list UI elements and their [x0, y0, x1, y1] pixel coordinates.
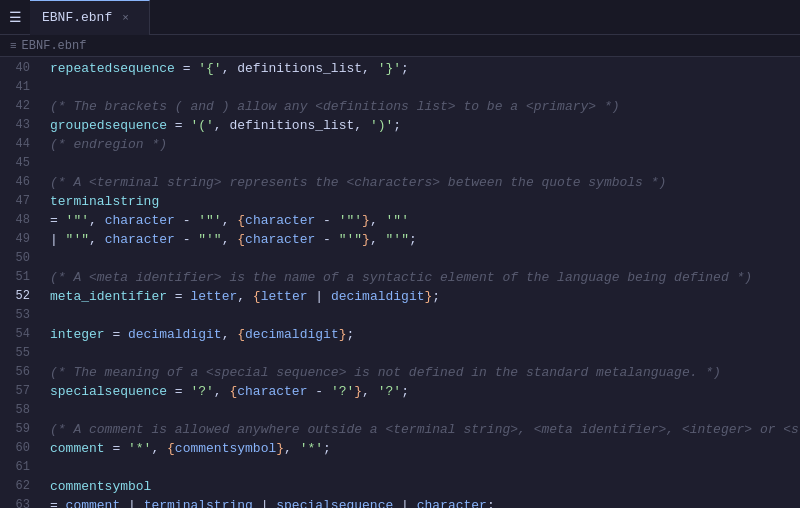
tab-label: EBNF.ebnf: [42, 10, 112, 25]
token: -: [175, 213, 198, 228]
code-line-59: (* A comment is allowed anywhere outside…: [50, 420, 800, 439]
token: }: [276, 441, 284, 456]
token: "'": [198, 232, 221, 247]
token: character: [237, 384, 307, 399]
line-number-51: 51: [8, 268, 30, 287]
token: '"': [198, 213, 221, 228]
token: ;: [323, 441, 331, 456]
code-line-43: groupedsequence = '(', definitions_list,…: [50, 116, 800, 135]
code-line-60: comment = '*', {commentsymbol}, '*';: [50, 439, 800, 458]
code-line-41: [50, 78, 800, 97]
breadcrumb-path: EBNF.ebnf: [22, 39, 87, 53]
token: '"': [339, 213, 362, 228]
line-number-63: 63: [8, 496, 30, 508]
code-line-63: = comment | terminalstring | specialsequ…: [50, 496, 800, 508]
token: (* The brackets ( and ) allow any <defin…: [50, 99, 620, 114]
token: ,: [284, 441, 300, 456]
token: ;: [409, 232, 417, 247]
token: }: [362, 213, 370, 228]
code-line-40: repeatedsequence = '{', definitions_list…: [50, 59, 800, 78]
token: '*': [300, 441, 323, 456]
token: =: [50, 213, 66, 228]
token: =: [167, 118, 190, 133]
code-line-57: specialsequence = '?', {character - '?'}…: [50, 382, 800, 401]
token: letter: [261, 289, 308, 304]
line-number-43: 43: [8, 116, 30, 135]
token: terminalstring: [50, 194, 159, 209]
line-number-60: 60: [8, 439, 30, 458]
token: '?': [190, 384, 213, 399]
token: ,: [362, 384, 378, 399]
token: "'": [339, 232, 362, 247]
token: specialsequence: [50, 384, 167, 399]
tab-menu-icon: ☰: [0, 9, 30, 26]
code-line-51: (* A <meta identifier> is the name of a …: [50, 268, 800, 287]
token: ;: [401, 384, 409, 399]
code-line-42: (* The brackets ( and ) allow any <defin…: [50, 97, 800, 116]
tab-close-icon[interactable]: ×: [122, 12, 129, 24]
code-line-58: [50, 401, 800, 420]
token: decimaldigit: [128, 327, 222, 342]
token: decimaldigit: [245, 327, 339, 342]
token: ,: [370, 232, 386, 247]
code-line-48: = '"', character - '"', {character - '"'…: [50, 211, 800, 230]
token: ')': [370, 118, 393, 133]
line-number-42: 42: [8, 97, 30, 116]
token: , definitions_list,: [222, 61, 378, 76]
token: ,: [89, 213, 105, 228]
token: -: [307, 384, 330, 399]
token: ,: [222, 232, 238, 247]
token: '?': [378, 384, 401, 399]
token: '"': [66, 213, 89, 228]
token: '?': [331, 384, 354, 399]
line-number-45: 45: [8, 154, 30, 173]
breadcrumb-menu-icon: ≡: [10, 40, 17, 52]
token: ,: [222, 213, 238, 228]
token: (* A comment is allowed anywhere outside…: [50, 422, 799, 437]
tab-bar: ☰ EBNF.ebnf ×: [0, 0, 800, 35]
token: '*': [128, 441, 151, 456]
token: =: [175, 61, 198, 76]
token: ,: [222, 327, 238, 342]
code-line-49: | "'", character - "'", {character - "'"…: [50, 230, 800, 249]
token: commentsymbol: [175, 441, 276, 456]
token: '{': [198, 61, 221, 76]
line-number-62: 62: [8, 477, 30, 496]
active-tab[interactable]: EBNF.ebnf ×: [30, 0, 150, 35]
token: {: [167, 441, 175, 456]
token: |: [50, 232, 66, 247]
token: ;: [393, 118, 401, 133]
token: '"': [386, 213, 409, 228]
line-number-61: 61: [8, 458, 30, 477]
line-number-55: 55: [8, 344, 30, 363]
editor-container: 4041424344454647484950515253545556575859…: [0, 57, 800, 508]
line-number-48: 48: [8, 211, 30, 230]
token: ,: [237, 289, 253, 304]
code-line-62: commentsymbol: [50, 477, 800, 496]
code-line-54: integer = decimaldigit, {decimaldigit};: [50, 325, 800, 344]
token: =: [167, 384, 190, 399]
token: }: [339, 327, 347, 342]
line-number-56: 56: [8, 363, 30, 382]
token: ;: [432, 289, 440, 304]
line-number-50: 50: [8, 249, 30, 268]
token: ;: [487, 498, 495, 508]
token: decimaldigit: [331, 289, 425, 304]
token: meta_identifier: [50, 289, 167, 304]
token: {: [237, 213, 245, 228]
token: {: [253, 289, 261, 304]
line-number-57: 57: [8, 382, 30, 401]
code-line-61: [50, 458, 800, 477]
token: ;: [347, 327, 355, 342]
token: character: [245, 232, 315, 247]
code-area[interactable]: repeatedsequence = '{', definitions_list…: [40, 57, 800, 508]
code-line-55: [50, 344, 800, 363]
token: {: [237, 327, 245, 342]
line-number-53: 53: [8, 306, 30, 325]
token: -: [315, 232, 338, 247]
token: character: [105, 232, 175, 247]
code-line-53: [50, 306, 800, 325]
token: ,: [151, 441, 167, 456]
code-line-56: (* The meaning of a <special sequence> i…: [50, 363, 800, 382]
line-number-44: 44: [8, 135, 30, 154]
